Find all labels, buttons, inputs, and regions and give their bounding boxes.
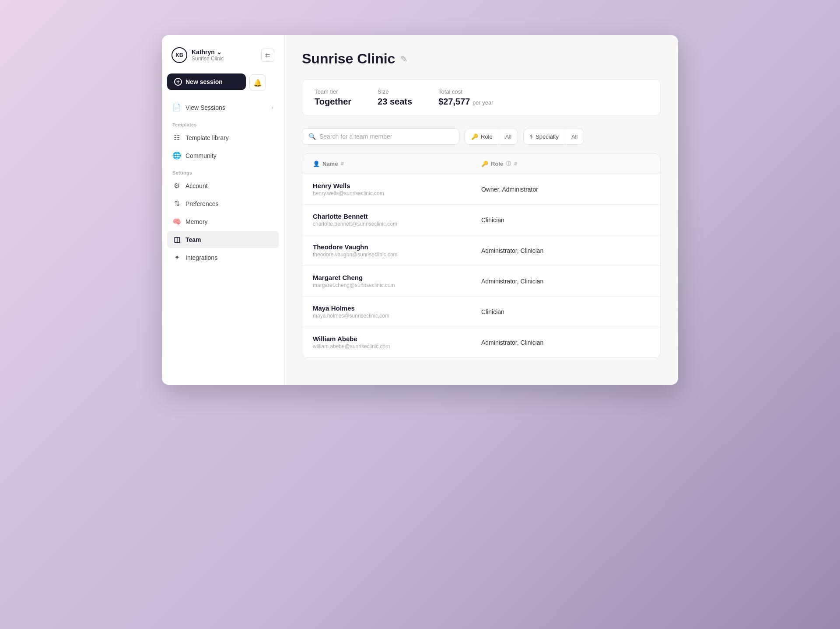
notifications-button[interactable]: 🔔	[249, 74, 266, 91]
member-name: Charlotte Bennett	[313, 213, 481, 220]
person-icon: 👤	[313, 161, 320, 167]
stat-total-cost: Total cost $27,577 per year	[438, 88, 494, 107]
stats-card: Team tier Together Size 23 seats Total c…	[302, 79, 661, 116]
member-name: William Abebe	[313, 335, 481, 342]
member-name: Theodore Vaughn	[313, 243, 481, 251]
table-row[interactable]: William Abebe william.abebe@sunriseclini…	[302, 327, 660, 357]
edit-icon[interactable]: ✎	[400, 54, 408, 64]
specialty-icon: ⚕	[530, 133, 533, 140]
role-filter-label: 🔑 Role	[465, 129, 499, 144]
member-info: Maya Holmes maya.holmes@sunriseclinic.co…	[313, 304, 481, 319]
team-table: 👤 Name ⇵ 🔑 Role ⓘ ⇵ Henry Wells henry.we…	[302, 154, 661, 358]
app-container: KB Kathryn ⌄ Sunrise Clinic ⇇ + New sess…	[162, 35, 678, 385]
member-email: charlotte.bennett@sunriseclinic.com	[313, 221, 481, 227]
member-info: Margaret Cheng margaret.cheng@sunrisecli…	[313, 274, 481, 288]
name-sort-icon[interactable]: ⇵	[340, 162, 344, 166]
specialty-filter-group: ⚕ Specialty All	[523, 129, 584, 145]
role-icon: 🔑	[471, 133, 478, 140]
sidebar-item-account[interactable]: ⚙ Account	[167, 177, 279, 194]
chevron-down-icon: ⌄	[217, 49, 222, 56]
table-header: 👤 Name ⇵ 🔑 Role ⓘ ⇵	[302, 154, 660, 174]
size-value: 23 seats	[378, 97, 412, 107]
total-cost-value: $27,577 per year	[438, 97, 494, 107]
table-body: Henry Wells henry.wells@sunriseclinic.co…	[302, 174, 660, 357]
avatar: KB	[172, 47, 187, 63]
member-info: Theodore Vaughn theodore.vaughn@sunrisec…	[313, 243, 481, 258]
table-row[interactable]: Margaret Cheng margaret.cheng@sunrisecli…	[302, 266, 660, 297]
filters-row: 🔍 🔑 Role All ⚕ Specialty All	[302, 128, 661, 145]
member-email: william.abebe@sunriseclinic.com	[313, 343, 481, 349]
total-cost-label: Total cost	[438, 88, 494, 95]
member-name: Margaret Cheng	[313, 274, 481, 281]
templates-section-label: Templates	[167, 117, 279, 129]
team-tier-value: Together	[315, 97, 351, 107]
role-sort-icon[interactable]: ⇵	[514, 162, 517, 166]
specialty-filter-value[interactable]: All	[565, 129, 584, 144]
new-session-button[interactable]: + New session	[167, 73, 246, 90]
search-input[interactable]	[319, 133, 453, 140]
member-role: Administrator, Clinician	[481, 278, 650, 285]
sidebar-item-template-library[interactable]: ☷ Template library	[167, 129, 279, 146]
sidebar-toggle-button[interactable]: ⇇	[261, 49, 274, 62]
member-role: Clinician	[481, 308, 650, 315]
page-title-row: Sunrise Clinic ✎	[302, 51, 661, 67]
specialty-filter-label: ⚕ Specialty	[524, 129, 565, 144]
sidebar-item-preferences[interactable]: ⇅ Preferences	[167, 195, 279, 212]
integrations-icon: ✦	[172, 253, 181, 262]
table-row[interactable]: Henry Wells henry.wells@sunriseclinic.co…	[302, 174, 660, 205]
col-role-header: 🔑 Role ⓘ ⇵	[481, 160, 650, 168]
user-name: Kathryn ⌄	[192, 49, 224, 56]
size-label: Size	[378, 88, 412, 95]
main-content: Sunrise Clinic ✎ Team tier Together Size…	[284, 35, 678, 385]
account-label: Account	[186, 182, 208, 189]
preferences-label: Preferences	[186, 200, 218, 207]
member-role: Owner, Administrator	[481, 186, 650, 193]
stat-team-tier: Team tier Together	[315, 88, 351, 107]
info-icon: ⓘ	[506, 160, 511, 168]
new-session-label: New session	[186, 78, 223, 85]
member-email: margaret.cheng@sunriseclinic.com	[313, 282, 481, 288]
member-name: Henry Wells	[313, 182, 481, 189]
memory-icon: 🧠	[172, 217, 181, 226]
view-sessions-label: View Sessions	[186, 104, 225, 111]
member-email: maya.holmes@sunriseclinic.com	[313, 313, 481, 319]
user-name-group: Kathryn ⌄ Sunrise Clinic	[192, 49, 224, 62]
col-name-header: 👤 Name ⇵	[313, 160, 481, 168]
user-info[interactable]: KB Kathryn ⌄ Sunrise Clinic	[172, 47, 224, 63]
user-clinic: Sunrise Clinic	[192, 56, 224, 62]
member-role: Clinician	[481, 217, 650, 224]
sidebar-item-memory[interactable]: 🧠 Memory	[167, 213, 279, 230]
sidebar-item-community[interactable]: 🌐 Community	[167, 147, 279, 164]
sidebar: KB Kathryn ⌄ Sunrise Clinic ⇇ + New sess…	[162, 35, 284, 385]
member-email: henry.wells@sunriseclinic.com	[313, 190, 481, 196]
globe-icon: 🌐	[172, 151, 181, 160]
sidebar-item-view-sessions[interactable]: 📄 View Sessions ›	[167, 99, 279, 116]
member-info: William Abebe william.abebe@sunriseclini…	[313, 335, 481, 349]
team-tier-label: Team tier	[315, 88, 351, 95]
sidebar-item-integrations[interactable]: ✦ Integrations	[167, 249, 279, 266]
table-row[interactable]: Theodore Vaughn theodore.vaughn@sunrisec…	[302, 235, 660, 266]
member-name: Maya Holmes	[313, 304, 481, 312]
team-icon: ◫	[172, 235, 181, 244]
sidebar-item-team[interactable]: ◫ Team	[167, 231, 279, 248]
plus-icon: +	[174, 78, 182, 86]
template-library-label: Template library	[186, 134, 229, 141]
page-title: Sunrise Clinic	[302, 51, 395, 67]
bell-icon: 🔔	[253, 79, 262, 87]
preferences-icon: ⇅	[172, 199, 181, 208]
role-filter-value[interactable]: All	[499, 129, 518, 144]
toggle-icon: ⇇	[265, 52, 270, 59]
session-bell-row: + New session 🔔	[167, 73, 279, 92]
settings-section-label: Settings	[167, 165, 279, 177]
search-icon: 🔍	[308, 133, 316, 140]
team-label: Team	[186, 236, 201, 243]
key-icon: 🔑	[481, 161, 488, 167]
search-box[interactable]: 🔍	[302, 128, 459, 145]
table-row[interactable]: Charlotte Bennett charlotte.bennett@sunr…	[302, 205, 660, 235]
table-row[interactable]: Maya Holmes maya.holmes@sunriseclinic.co…	[302, 297, 660, 327]
account-icon: ⚙	[172, 182, 181, 190]
user-section: KB Kathryn ⌄ Sunrise Clinic ⇇	[167, 44, 279, 66]
member-email: theodore.vaughn@sunriseclinic.com	[313, 252, 481, 258]
community-label: Community	[186, 152, 217, 159]
sessions-icon: 📄	[172, 103, 181, 112]
